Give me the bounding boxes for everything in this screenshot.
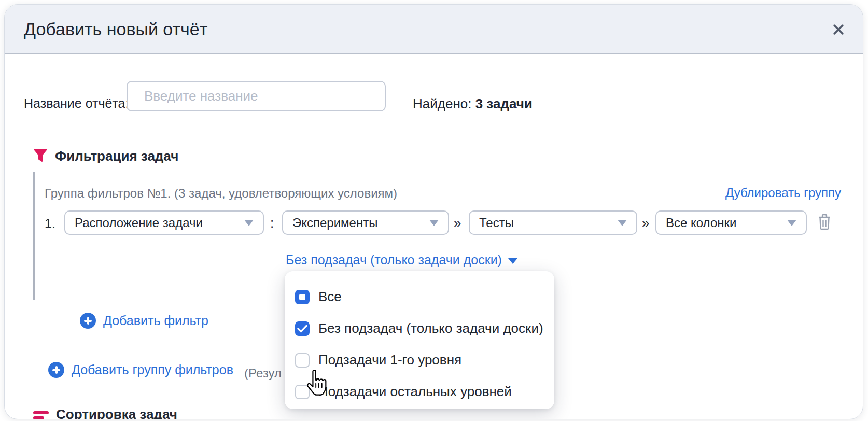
filter-group-rail bbox=[33, 172, 35, 300]
duplicate-group-link[interactable]: Дублировать группу bbox=[725, 186, 841, 200]
checkbox-unchecked-icon[interactable] bbox=[295, 385, 310, 399]
modal-header: Добавить новый отчёт bbox=[5, 5, 863, 54]
checkbox-unchecked-icon[interactable] bbox=[295, 353, 310, 368]
add-filter-button[interactable]: Добавить фильтр bbox=[80, 313, 208, 329]
report-name-label: Название отчёта: bbox=[24, 96, 129, 111]
select-task-location[interactable]: Расположение задачи bbox=[64, 210, 264, 235]
option-subtasks-other-levels[interactable]: Подзадачи остальных уровней bbox=[295, 376, 544, 408]
chevron-down-icon bbox=[787, 220, 796, 226]
add-report-modal: Добавить новый отчёт Название отчёта: На… bbox=[4, 4, 863, 419]
plus-icon bbox=[80, 313, 96, 329]
filter-funnel-icon bbox=[33, 148, 48, 164]
subtask-filter-link[interactable]: Без подзадач (только задачи доски) bbox=[286, 252, 517, 268]
separator-colon: : bbox=[270, 215, 274, 231]
report-name-input[interactable] bbox=[127, 81, 386, 111]
filter-group-header: Группа фильтров №1. (3 задач, удовлетвор… bbox=[45, 186, 397, 201]
close-icon bbox=[832, 23, 845, 38]
result-hint-text: (Резул bbox=[244, 366, 282, 381]
option-subtasks-level1[interactable]: Подзадачи 1-го уровня bbox=[295, 344, 544, 376]
checkbox-checked-icon[interactable] bbox=[295, 321, 310, 336]
delete-filter-button[interactable] bbox=[817, 213, 833, 232]
add-filter-group-button[interactable]: Добавить группу фильтров bbox=[48, 362, 233, 378]
sort-section-title: Сортировка задач bbox=[56, 406, 177, 419]
option-all[interactable]: Все bbox=[295, 281, 544, 313]
found-value: 3 задачи bbox=[475, 96, 533, 111]
modal-title: Добавить новый отчёт bbox=[24, 19, 207, 39]
filter-row-index: 1. bbox=[45, 216, 55, 231]
select-board[interactable]: Эксперименты bbox=[282, 210, 449, 235]
chevron-down-icon bbox=[618, 220, 627, 226]
close-button[interactable] bbox=[830, 22, 847, 39]
separator-chevron: » bbox=[454, 215, 461, 231]
option-no-subtasks[interactable]: Без подзадач (только задачи доски) bbox=[295, 313, 544, 344]
trash-icon bbox=[817, 223, 832, 232]
separator-chevron: » bbox=[642, 215, 649, 231]
checkbox-indeterminate-icon[interactable] bbox=[295, 290, 310, 304]
select-columns[interactable]: Все колонки bbox=[655, 210, 807, 235]
plus-icon bbox=[48, 362, 64, 378]
chevron-down-icon bbox=[429, 220, 439, 226]
found-label: Найдено: bbox=[413, 96, 471, 111]
sort-section-header: Сортировка задач bbox=[33, 406, 177, 419]
subtask-options-dropdown: Все Без подзадач (только задачи доски) П… bbox=[285, 271, 554, 409]
sort-icon bbox=[33, 410, 49, 419]
found-counter: Найдено: 3 задачи bbox=[413, 96, 533, 112]
filter-section-header: Фильтрация задач bbox=[33, 148, 178, 164]
select-group[interactable]: Тесты bbox=[469, 210, 637, 235]
chevron-down-icon bbox=[244, 220, 254, 226]
chevron-down-icon bbox=[508, 258, 517, 264]
filter-section-title: Фильтрация задач bbox=[55, 148, 178, 164]
